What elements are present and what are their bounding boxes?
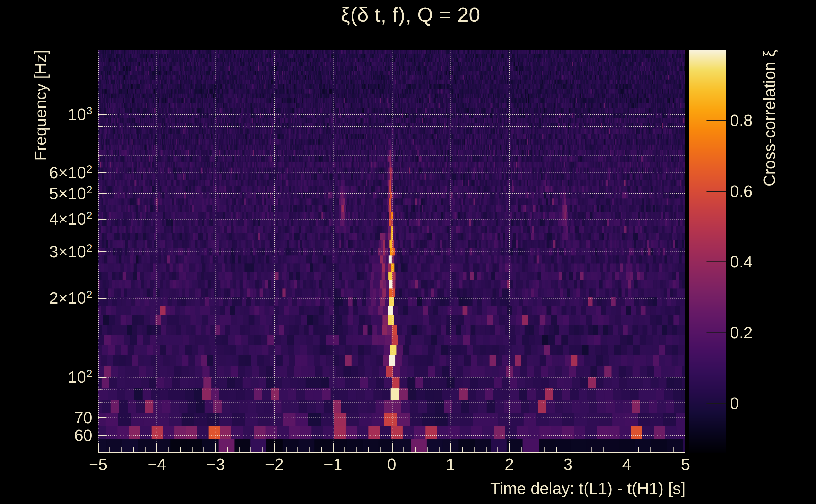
colorbar-canvas (689, 50, 726, 453)
y-tick-exponent: 3 (86, 105, 92, 117)
x-tick-label: 1 (428, 455, 473, 473)
y-tick-label: 70 (0, 409, 92, 427)
y-tick-exponent: 2 (86, 242, 92, 254)
y-tick-label: 60 (0, 427, 92, 444)
y-tick-exponent: 2 (86, 163, 92, 175)
y-tick-exponent: 2 (86, 209, 92, 221)
x-axis-label: Time delay: t(L1) - t(H1) [s] (490, 479, 686, 498)
y-tick-label: 102 (0, 368, 92, 388)
y-tick-base: 6×10 (49, 163, 86, 182)
y-tick-exponent: 2 (86, 367, 92, 379)
x-tick-label: 3 (546, 455, 590, 473)
y-tick-base: 10 (68, 368, 86, 386)
y-tick-label: 103 (0, 106, 92, 125)
y-tick-label: 4×102 (0, 210, 92, 230)
colorbar-tick-label: 0 (730, 394, 787, 412)
x-tick-label: 0 (370, 455, 414, 473)
x-tick-label: −2 (252, 455, 296, 473)
x-tick-label: −5 (76, 455, 120, 473)
x-tick-label: 5 (664, 455, 708, 473)
chart-title: ξ(δ t, f), Q = 20 (98, 3, 704, 26)
y-tick-base: 2×10 (49, 289, 86, 307)
heatmap-canvas (98, 50, 686, 453)
y-tick-label: 6×102 (0, 164, 92, 183)
y-tick-label: 3×102 (0, 243, 92, 262)
x-tick-label: −1 (311, 455, 355, 473)
y-tick-base: 4×10 (49, 210, 86, 228)
colorbar-tick-label: 0.8 (730, 112, 787, 129)
y-tick-base: 3×10 (49, 243, 86, 261)
colorbar-tick-label: 0.2 (730, 324, 787, 341)
x-tick-label: −4 (135, 455, 179, 473)
y-tick-base: 60 (74, 426, 92, 444)
y-tick-base: 5×10 (49, 184, 86, 203)
x-tick-label: 4 (605, 455, 649, 473)
page-root: { "page": { "background": "#000000", "te… (0, 0, 816, 504)
x-tick-label: 2 (487, 455, 531, 473)
y-tick-base: 10 (68, 105, 86, 123)
y-tick-label: 5×102 (0, 185, 92, 204)
y-tick-exponent: 2 (86, 288, 92, 300)
y-tick-exponent: 2 (86, 184, 92, 196)
colorbar-tick-label: 0.4 (730, 253, 787, 271)
y-tick-base: 70 (74, 409, 92, 427)
colorbar-tick-label: 0.6 (730, 182, 787, 200)
y-tick-label: 2×102 (0, 289, 92, 309)
x-tick-label: −3 (193, 455, 238, 473)
